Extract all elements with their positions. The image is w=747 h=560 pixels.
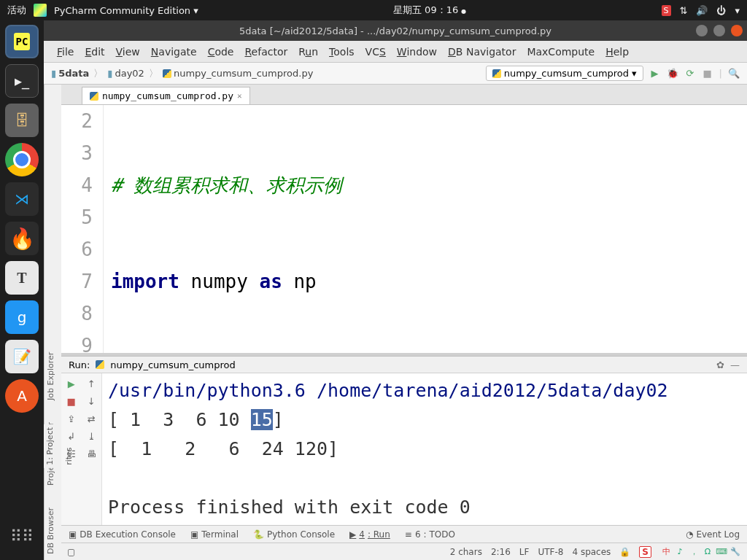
python-file-icon <box>163 69 171 78</box>
menu-run[interactable]: Run <box>294 44 322 60</box>
left-toolwindow-bar: DB Browser Project Explorer Job Explorer <box>44 85 61 560</box>
ime-status[interactable]: 中 ♪ ， Ω ⌨ 🔧 <box>660 546 741 558</box>
clock-dot: ● <box>461 8 466 15</box>
menu-window[interactable]: Window <box>392 44 441 60</box>
dock-chrome[interactable] <box>5 143 39 176</box>
stop-icon[interactable]: ■ <box>65 395 78 407</box>
power-icon[interactable]: ⏻ <box>716 5 726 16</box>
run-config-name[interactable]: numpy_cumsum_cumprod <box>110 359 235 370</box>
ubuntu-dock: PC ▸_ 🗄 ⋊ 🔥 T g 📝 A ⠿⠿ <box>0 20 44 560</box>
hide-icon[interactable]: — <box>730 359 740 370</box>
run-tab[interactable]: ▶ 4: Run <box>349 529 390 540</box>
network-icon[interactable]: ⇅ <box>680 5 688 16</box>
nav-toolbar: ▮5data 〉 ▮day02 〉 numpy_cumsum_cumprod.p… <box>44 63 747 85</box>
terminal-tab[interactable]: ▣ Terminal <box>190 529 239 540</box>
menu-db[interactable]: DB Navigator <box>444 44 520 60</box>
dock-texteditor[interactable]: T <box>5 261 39 295</box>
dock-firefox[interactable]: 🔥 <box>5 222 39 255</box>
db-browser-tab[interactable]: DB Browser <box>46 508 60 554</box>
toolwindows-icon[interactable]: ▢ <box>67 547 75 557</box>
dock-pycharm[interactable]: PC <box>5 25 39 58</box>
bc-root[interactable]: ▮5data <box>51 68 89 79</box>
ubuntu-topbar: 活动 PyCharm Community Edition ▾ 星期五 09：16… <box>0 0 747 20</box>
run-output[interactable]: /usr/bin/python3.6 /home/tarena/aid2012/… <box>102 373 747 525</box>
run-button[interactable]: ▶ <box>649 68 661 79</box>
menu-tools[interactable]: Tools <box>325 44 359 60</box>
down-icon[interactable]: ↓ <box>85 395 98 407</box>
bc-day02[interactable]: ▮day02 <box>107 68 144 79</box>
stop-button[interactable]: ■ <box>702 68 713 79</box>
up-icon[interactable]: ↑ <box>85 378 98 389</box>
close-button[interactable] <box>731 25 743 36</box>
output-command: /usr/bin/python3.6 /home/tarena/aid2012/… <box>108 380 668 401</box>
scroll-icon[interactable]: ⤓ <box>85 430 98 442</box>
status-position[interactable]: 2:16 <box>491 547 511 557</box>
menu-vcs[interactable]: VCS <box>361 44 390 60</box>
folder-icon: ▮ <box>107 68 112 79</box>
status-indent[interactable]: 4 spaces <box>572 547 611 557</box>
menu-refactor[interactable]: Refactor <box>240 44 292 60</box>
menu-code[interactable]: Code <box>204 44 239 60</box>
layout-icon[interactable]: ↲ <box>65 430 78 442</box>
dock-app-blue[interactable]: g <box>5 300 39 334</box>
dock-show-apps[interactable]: ⠿⠿ <box>5 519 39 553</box>
minimize-button[interactable] <box>696 25 708 36</box>
bc-file[interactable]: numpy_cumsum_cumprod.py <box>163 68 313 79</box>
event-log-tab[interactable]: ◔ Event Log <box>686 529 740 540</box>
favorites-tab[interactable]: rites <box>64 447 74 464</box>
run-with-coverage-button[interactable]: ⟳ <box>684 68 696 79</box>
run-label: Run: <box>69 359 90 370</box>
breadcrumb: ▮5data 〉 ▮day02 〉 numpy_cumsum_cumprod.p… <box>51 67 313 80</box>
menu-help[interactable]: Help <box>601 44 633 60</box>
dock-files[interactable]: 🗄 <box>5 104 39 137</box>
gutter-line-numbers: 2 3 4 5 6 7 8 9 <box>61 105 104 353</box>
menu-view[interactable]: View <box>112 44 144 60</box>
menu-navigate[interactable]: Navigate <box>147 44 201 60</box>
debug-button[interactable]: 🐞 <box>667 68 678 79</box>
titlebar[interactable]: 5data [~/aid2012/5data] - .../day02/nump… <box>44 20 747 41</box>
job-explorer-tab[interactable]: Job Explorer <box>46 352 60 400</box>
window-title: 5data [~/aid2012/5data] - .../day02/nump… <box>239 26 551 36</box>
db-console-tab[interactable]: ▣ DB Execution Console <box>69 529 176 540</box>
rerun-icon[interactable]: ▶ <box>65 378 78 389</box>
code-content[interactable]: # 数组累积求和、求积示例 import numpy as np 💡 arr =… <box>104 105 747 353</box>
project-tab[interactable]: 1: Project <box>45 427 55 465</box>
output-line: [ 1 3 6 10 15] <box>108 409 284 430</box>
dock-notes[interactable]: 📝 <box>5 340 39 373</box>
folder-icon: ▮ <box>51 68 56 79</box>
dock-terminal[interactable]: ▸_ <box>5 64 39 98</box>
status-encoding[interactable]: UTF-8 <box>538 547 563 557</box>
run-config-selector[interactable]: numpy_cumsum_cumprod ▾ <box>486 66 643 81</box>
left-toolwindow-bar-lower: 1: Project rites <box>44 424 61 468</box>
print-icon[interactable]: 🖶 <box>85 448 98 459</box>
close-tab-icon[interactable]: ✕ <box>237 91 242 101</box>
maximize-button[interactable] <box>713 25 725 36</box>
status-lock-icon[interactable]: 🔒 <box>619 547 630 557</box>
menu-maxcompute[interactable]: MaxCompute <box>522 44 599 60</box>
clock[interactable]: 星期五 09：16 <box>393 4 458 15</box>
menu-edit[interactable]: Edit <box>80 44 109 60</box>
menubar: File Edit View Navigate Code Refactor Ru… <box>44 41 747 63</box>
activities-label[interactable]: 活动 <box>7 4 26 17</box>
dropdown-icon[interactable]: ▾ <box>735 5 740 16</box>
status-linesep[interactable]: LF <box>519 547 530 557</box>
todo-tab[interactable]: ≡ 6: TODO <box>405 529 455 540</box>
ime-tray-icon[interactable]: S <box>662 5 671 16</box>
python-console-tab[interactable]: 🐍 Python Console <box>253 529 335 540</box>
menu-file[interactable]: File <box>53 44 78 60</box>
search-everywhere-button[interactable]: 🔍 <box>728 68 740 79</box>
dock-vscode[interactable]: ⋊ <box>5 182 39 216</box>
volume-icon[interactable]: 🔊 <box>696 5 708 16</box>
gear-icon[interactable]: ✿ <box>716 359 724 370</box>
code-editor[interactable]: 2 3 4 5 6 7 8 9 # 数组累积求和、求积示例 import num… <box>61 105 747 353</box>
editor-tabs: numpy_cumsum_cumprod.py ✕ <box>61 85 747 105</box>
editor-tab[interactable]: numpy_cumsum_cumprod.py ✕ <box>82 87 250 104</box>
wrap-icon[interactable]: ⇄ <box>85 413 98 424</box>
app-menu[interactable]: PyCharm Community Edition ▾ <box>54 5 198 16</box>
pycharm-window: 5data [~/aid2012/5data] - .../day02/nump… <box>44 20 747 560</box>
statusbar: ▢ 2 chars 2:16 LF UTF-8 4 spaces 🔒 S 中 ♪… <box>61 542 747 560</box>
dropdown-icon: ▾ <box>632 68 637 79</box>
sogou-ime-icon[interactable]: S <box>639 546 651 558</box>
dock-software-updater[interactable]: A <box>5 379 39 413</box>
pin-icon[interactable]: ⇪ <box>65 413 78 424</box>
